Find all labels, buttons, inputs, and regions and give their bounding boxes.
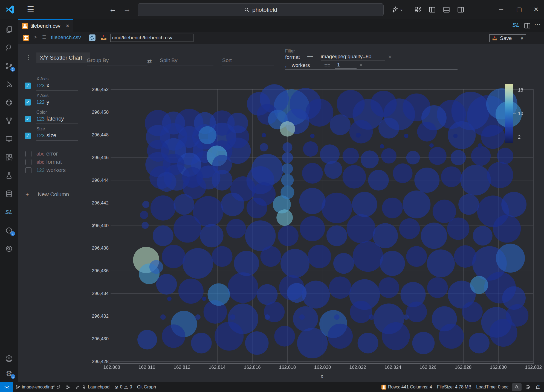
new-column-button[interactable]: New Column bbox=[38, 191, 69, 198]
settings-gear-icon[interactable]: ⚙ 1 bbox=[5, 369, 13, 378]
save-button[interactable]: Save ∨ bbox=[489, 34, 526, 42]
toggle-panel-icon[interactable] bbox=[441, 4, 452, 15]
command-center-search[interactable]: photofield bbox=[138, 3, 384, 16]
layout-grid-icon[interactable] bbox=[413, 4, 423, 15]
testing-icon[interactable] bbox=[5, 171, 13, 180]
y-axis-checkbox[interactable]: ✓ bbox=[25, 99, 31, 106]
save-label: Save bbox=[500, 35, 512, 41]
x-tick-label: 162,822 bbox=[345, 365, 370, 370]
git-graph-item[interactable]: Git Graph bbox=[135, 382, 158, 392]
explorer-icon[interactable] bbox=[5, 25, 13, 34]
filter-op-1[interactable]: == bbox=[307, 54, 313, 60]
error-field[interactable]: abcerror bbox=[36, 151, 58, 157]
nav-back-icon[interactable]: ← bbox=[107, 3, 119, 15]
filter-op-2[interactable]: == bbox=[324, 62, 330, 68]
more-actions-icon[interactable]: ⋯ bbox=[534, 20, 541, 28]
profiler-icon[interactable] bbox=[5, 244, 13, 253]
workers-checkbox[interactable] bbox=[25, 167, 31, 173]
workers-field[interactable]: 123workers bbox=[36, 167, 66, 173]
copilot-icon[interactable]: ∨ bbox=[390, 4, 405, 15]
git-graph-button-icon[interactable] bbox=[63, 382, 73, 392]
color-section-label: Color bbox=[36, 110, 47, 115]
copilot-status-icon[interactable] bbox=[523, 382, 533, 392]
git-branch-item[interactable]: image-encoding* bbox=[13, 382, 63, 392]
vscode-window: ☰ ← → photofield ∨ ─ ▢ ✕ bbox=[0, 0, 544, 392]
plus-icon[interactable]: + bbox=[25, 191, 29, 198]
filter-value-1[interactable]: image/jpeg;quality=80 bbox=[321, 54, 371, 60]
filter-field-1[interactable]: format bbox=[285, 54, 300, 60]
nav-forward-icon[interactable]: → bbox=[121, 3, 133, 15]
y-tick-label: 296,438 bbox=[85, 245, 109, 251]
split-editor-icon[interactable] bbox=[524, 22, 531, 29]
account-icon[interactable] bbox=[5, 354, 13, 363]
filter-remove-2-icon[interactable]: ✕ bbox=[359, 62, 363, 68]
x-tick-label: 162,816 bbox=[240, 365, 265, 370]
search-activity-icon[interactable] bbox=[5, 43, 13, 52]
group-by-input[interactable]: Group By bbox=[87, 57, 147, 66]
sl-editor-action-icon[interactable]: SL bbox=[512, 22, 520, 28]
run-debug-icon[interactable] bbox=[5, 80, 13, 89]
problems-item[interactable]: ⊗ 0 ⚠ 0 bbox=[112, 382, 134, 392]
x-tick-label: 162,832 bbox=[521, 365, 544, 370]
extensions-icon[interactable] bbox=[5, 153, 13, 162]
sync-icon bbox=[56, 385, 61, 389]
references-icon[interactable] bbox=[5, 116, 13, 125]
chart-type-select[interactable]: X/Y Scatter Chart bbox=[36, 52, 90, 63]
search-icon bbox=[244, 7, 250, 13]
size-checkbox[interactable]: ✓ bbox=[25, 133, 31, 139]
format-field[interactable]: abcformat bbox=[36, 159, 62, 165]
size-field[interactable]: 123size bbox=[36, 132, 78, 141]
filter-remove-1-icon[interactable]: ✕ bbox=[388, 54, 392, 60]
launchpad-icon-a bbox=[75, 385, 80, 390]
window-maximize-icon[interactable]: ▢ bbox=[512, 3, 526, 16]
x-axis-section-label: X Axis bbox=[36, 77, 48, 81]
filter-value-2[interactable]: 1 bbox=[337, 62, 340, 68]
x-tick-label: 162,810 bbox=[135, 365, 159, 370]
menu-icon[interactable]: ☰ bbox=[25, 3, 37, 15]
export-icon[interactable] bbox=[100, 34, 107, 41]
scatter-plot-canvas[interactable] bbox=[109, 82, 534, 366]
filter-prefix-2: , bbox=[285, 62, 287, 68]
window-close-icon[interactable]: ✕ bbox=[529, 3, 543, 16]
breadcrumb-file-link[interactable]: tilebench.csv bbox=[51, 34, 81, 40]
toggle-secondary-sidebar-icon[interactable] bbox=[455, 4, 466, 15]
remote-indicator[interactable]: >< bbox=[0, 382, 13, 392]
error-checkbox[interactable] bbox=[25, 151, 31, 157]
database-icon[interactable] bbox=[5, 189, 13, 198]
filter-new-row-underline[interactable] bbox=[285, 69, 458, 70]
tab-bar: tilebench.csv ✕ SL ⋯ bbox=[18, 19, 544, 32]
zoom-status-icon[interactable] bbox=[512, 383, 522, 391]
sl-extension-icon[interactable]: SL bbox=[5, 208, 13, 217]
refresh-icon[interactable] bbox=[89, 34, 96, 41]
rows-cols-item[interactable]: Rows: 441 Columns: 4 bbox=[379, 382, 435, 392]
tab-tilebench-csv[interactable]: tilebench.csv ✕ bbox=[18, 19, 73, 32]
kebab-menu-icon[interactable]: ⋮ bbox=[25, 54, 31, 61]
github-icon[interactable] bbox=[5, 98, 13, 107]
color-checkbox[interactable]: ✓ bbox=[25, 116, 31, 122]
toggle-sidebar-icon[interactable] bbox=[427, 4, 437, 15]
launchpad-icon-b bbox=[82, 385, 86, 390]
notifications-bell-icon[interactable] bbox=[533, 382, 544, 392]
launchpad-item[interactable]: Launchpad bbox=[73, 382, 112, 392]
y-axis-field[interactable]: 123y bbox=[36, 99, 78, 107]
x-tick-label: 162,824 bbox=[381, 365, 405, 370]
clock-icon[interactable]: 1 bbox=[5, 226, 13, 235]
window-minimize-icon[interactable]: ─ bbox=[494, 3, 508, 16]
color-field[interactable]: 123latency bbox=[36, 116, 78, 124]
csv-breadcrumb-icon bbox=[23, 35, 29, 41]
path-input[interactable] bbox=[110, 34, 193, 42]
source-control-icon[interactable]: 1 bbox=[5, 62, 13, 71]
breadcrumb-separator: > bbox=[34, 34, 37, 40]
y-tick-label: 296,436 bbox=[85, 268, 109, 274]
y-tick-label: 296,430 bbox=[85, 336, 109, 342]
tab-close-icon[interactable]: ✕ bbox=[66, 23, 70, 29]
swap-axes-icon[interactable]: ⇄ bbox=[147, 58, 152, 65]
tab-label: tilebench.csv bbox=[30, 23, 60, 29]
x-axis-field[interactable]: 123x bbox=[36, 82, 78, 90]
remote-explorer-icon[interactable] bbox=[5, 135, 13, 144]
filter-field-2[interactable]: workers bbox=[292, 62, 310, 68]
format-checkbox[interactable] bbox=[25, 159, 31, 165]
x-axis-checkbox[interactable]: ✓ bbox=[25, 83, 31, 89]
split-by-input[interactable]: Split By bbox=[160, 57, 213, 66]
sort-input[interactable]: Sort bbox=[222, 57, 274, 66]
